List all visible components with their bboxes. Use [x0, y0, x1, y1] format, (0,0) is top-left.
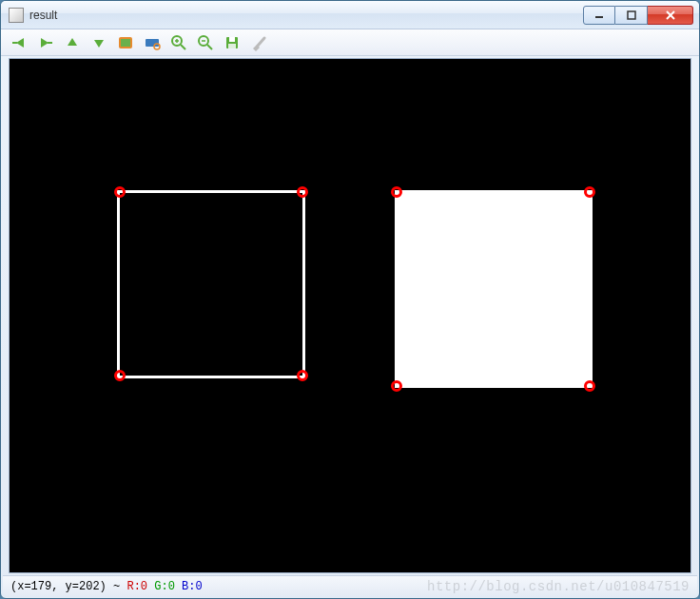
svg-rect-7	[121, 39, 130, 47]
corner-marker	[297, 186, 308, 198]
home-icon[interactable]	[115, 32, 136, 53]
image-canvas[interactable]	[9, 58, 691, 573]
corner-marker	[584, 380, 595, 392]
pixel-r: R:0	[126, 580, 147, 593]
svg-line-11	[181, 45, 185, 49]
maximize-button[interactable]	[615, 6, 648, 25]
svg-line-15	[207, 45, 212, 49]
brush-icon[interactable]	[248, 32, 269, 53]
app-window: result	[0, 0, 700, 599]
window-controls	[583, 6, 693, 25]
zoom-out-icon[interactable]	[195, 32, 216, 53]
close-button[interactable]	[648, 6, 693, 25]
corner-marker	[584, 186, 595, 198]
svg-rect-8	[146, 39, 159, 47]
status-bar: (x=179, y=202) ~ R:0 G:0 B:0	[3, 575, 697, 596]
outline-square	[117, 190, 305, 378]
svg-rect-19	[228, 44, 236, 48]
minimize-button[interactable]	[583, 6, 615, 25]
cursor-coords: (x=179, y=202)	[10, 580, 107, 593]
app-icon	[9, 8, 24, 23]
pan-icon[interactable]	[142, 32, 163, 53]
arrow-left-icon[interactable]	[9, 32, 29, 53]
filled-square	[395, 190, 593, 388]
svg-rect-1	[628, 11, 635, 19]
pixel-b: B:0	[182, 580, 203, 593]
arrow-right-icon[interactable]	[35, 32, 56, 53]
svg-rect-5	[48, 42, 52, 44]
pixel-g: G:0	[154, 580, 175, 593]
corner-marker	[391, 186, 402, 198]
corner-marker	[391, 380, 402, 392]
save-icon[interactable]	[222, 32, 243, 53]
window-title: result	[29, 9, 57, 22]
svg-rect-18	[229, 37, 235, 42]
svg-line-20	[258, 38, 264, 46]
separator: ~	[113, 580, 120, 593]
corner-marker	[114, 186, 126, 198]
corner-marker	[114, 370, 126, 381]
titlebar[interactable]: result	[1, 1, 699, 29]
corner-marker	[297, 370, 308, 381]
toolbar	[1, 29, 699, 56]
arrow-down-icon[interactable]	[88, 32, 109, 53]
arrow-up-icon[interactable]	[62, 32, 83, 53]
zoom-in-icon[interactable]	[168, 32, 189, 53]
svg-rect-4	[12, 42, 17, 44]
